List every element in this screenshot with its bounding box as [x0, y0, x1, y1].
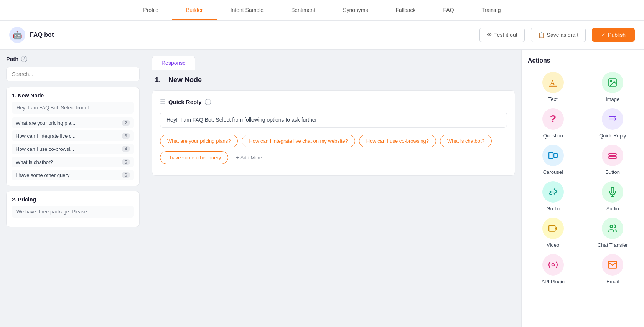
- save-as-draft-button[interactable]: 📋 Save as draft: [531, 28, 586, 42]
- draft-icon: 📋: [538, 32, 545, 38]
- node-item-badge: 2: [122, 120, 130, 126]
- tab-builder[interactable]: Builder: [172, 1, 217, 20]
- nav-tabs: Profile Builder Intent Sample Sentiment …: [129, 1, 514, 20]
- action-goto[interactable]: Go To: [528, 181, 578, 211]
- node-item-chatbot[interactable]: What is chatbot? 5: [12, 157, 134, 167]
- tab-sentiment[interactable]: Sentiment: [277, 1, 329, 20]
- action-text-label: Text: [548, 96, 558, 102]
- node-item-pricing[interactable]: What are your pricing pla... 2: [12, 117, 134, 128]
- action-image[interactable]: Image: [588, 72, 638, 102]
- qr-btn-livechat[interactable]: How can I integrate live chat on my webs…: [242, 135, 355, 147]
- chat-transfer-icon: [602, 218, 623, 239]
- response-tab[interactable]: Response: [152, 56, 195, 70]
- add-more-label: Add More: [240, 155, 262, 160]
- question-icon: ?: [542, 108, 564, 130]
- quick-reply-message-input[interactable]: [160, 112, 507, 128]
- path-header: Path i: [6, 56, 140, 62]
- plus-icon: +: [236, 155, 239, 160]
- button-icon: [602, 145, 623, 166]
- node-item-badge: 4: [122, 146, 130, 152]
- svg-point-3: [611, 81, 612, 82]
- qr-btn-other[interactable]: I have some other query: [160, 151, 228, 164]
- node-item-label: How can I integrate live c...: [16, 133, 76, 139]
- action-text[interactable]: A Text: [528, 72, 578, 102]
- svg-point-15: [610, 225, 613, 228]
- carousel-icon: [542, 145, 564, 166]
- center-node-title: 1. New Node: [152, 76, 515, 84]
- actions-title: Actions: [528, 57, 638, 64]
- action-carousel[interactable]: Carousel: [528, 145, 578, 175]
- action-quick-reply-label: Quick Reply: [599, 133, 626, 139]
- action-api-plugin-label: API Plugin: [541, 279, 565, 284]
- svg-rect-9: [609, 156, 617, 158]
- bot-avatar: 🤖: [9, 27, 25, 43]
- quick-reply-header: ☰ Quick Reply i: [160, 98, 507, 106]
- action-email-label: Email: [606, 279, 619, 284]
- action-question-label: Question: [543, 133, 563, 139]
- action-video-label: Video: [547, 242, 559, 248]
- publish-button[interactable]: ✓ Publish: [592, 28, 635, 42]
- tab-faq[interactable]: FAQ: [430, 1, 468, 20]
- tab-profile[interactable]: Profile: [129, 1, 172, 20]
- top-nav: Profile Builder Intent Sample Sentiment …: [0, 0, 644, 21]
- action-button-label: Button: [605, 169, 620, 175]
- node-item-label: How can I use co-browsi...: [16, 146, 74, 152]
- right-sidebar: Actions A Text Image ? Question: [521, 50, 644, 327]
- node-1-items: What are your pricing pla... 2 How can I…: [12, 117, 134, 180]
- audio-icon: [602, 181, 623, 203]
- tab-training[interactable]: Training: [468, 1, 515, 20]
- node-item-badge: 5: [122, 159, 130, 165]
- header-bar: 🤖 FAQ bot 👁 Test it out 📋 Save as draft …: [0, 21, 644, 50]
- drag-icon: ☰: [160, 98, 165, 106]
- node-1-title: 1. New Node: [12, 92, 134, 99]
- action-question[interactable]: ? Question: [528, 108, 578, 139]
- quick-reply-icon: [602, 108, 623, 130]
- test-it-out-button[interactable]: 👁 Test it out: [479, 28, 525, 42]
- node-1-preview: Hey! I am FAQ Bot. Select from f...: [12, 102, 134, 114]
- action-quick-reply[interactable]: Quick Reply: [588, 108, 638, 139]
- eye-icon: 👁: [487, 32, 492, 38]
- node-item-other-query[interactable]: I have some other query 6: [12, 170, 134, 180]
- path-title: Path: [6, 56, 19, 62]
- node-card-2[interactable]: 2. Pricing We have three package. Please…: [6, 191, 140, 227]
- actions-grid: A Text Image ? Question Quic: [528, 72, 638, 284]
- check-icon: ✓: [601, 32, 606, 38]
- node-item-livechat[interactable]: How can I integrate live c... 3: [12, 130, 134, 141]
- path-info-icon: i: [21, 56, 27, 62]
- quick-reply-info-icon: i: [205, 99, 211, 105]
- image-icon: [602, 72, 623, 93]
- tab-fallback[interactable]: Fallback: [382, 1, 429, 20]
- action-chat-transfer[interactable]: Chat Transfer: [588, 218, 638, 248]
- tab-synonyms[interactable]: Synonyms: [329, 1, 382, 20]
- action-api-plugin[interactable]: API Plugin: [528, 254, 578, 284]
- node-item-label: What is chatbot?: [16, 159, 53, 165]
- center-content: Response 1. New Node ☰ Quick Reply i Wha…: [146, 50, 521, 327]
- quick-reply-card: ☰ Quick Reply i What are your pricing pl…: [152, 90, 515, 176]
- action-audio[interactable]: Audio: [588, 181, 638, 211]
- add-more-button[interactable]: + Add More: [232, 151, 266, 164]
- quick-reply-title: Quick Reply: [168, 99, 202, 105]
- tab-intent-sample[interactable]: Intent Sample: [217, 1, 277, 20]
- action-button[interactable]: Button: [588, 145, 638, 175]
- node-item-badge: 3: [122, 133, 130, 139]
- left-sidebar: Path i 1. New Node Hey! I am FAQ Bot. Se…: [0, 50, 146, 327]
- svg-rect-7: [554, 154, 557, 158]
- qr-btn-cobrowsing[interactable]: How can I use co-browsing?: [359, 135, 436, 147]
- svg-rect-6: [549, 152, 553, 158]
- api-plugin-icon: [542, 254, 564, 276]
- goto-icon: [542, 181, 564, 203]
- node-2-preview: We have three package. Please ...: [12, 206, 134, 218]
- video-icon: [542, 218, 564, 239]
- action-email[interactable]: Email: [588, 254, 638, 284]
- qr-btn-pricing[interactable]: What are your pricing plans?: [160, 135, 238, 147]
- response-tab-bar: Response: [152, 56, 515, 70]
- action-image-label: Image: [606, 96, 619, 102]
- action-goto-label: Go To: [547, 206, 560, 211]
- search-input[interactable]: [6, 67, 140, 81]
- node-card-1[interactable]: 1. New Node Hey! I am FAQ Bot. Select fr…: [6, 87, 140, 186]
- qr-btn-chatbot[interactable]: What is chatbot?: [440, 135, 492, 147]
- node-item-cobrowsing[interactable]: How can I use co-browsi... 4: [12, 144, 134, 154]
- header-actions: 👁 Test it out 📋 Save as draft ✓ Publish: [479, 28, 635, 42]
- svg-rect-13: [549, 225, 555, 231]
- action-video[interactable]: Video: [528, 218, 578, 248]
